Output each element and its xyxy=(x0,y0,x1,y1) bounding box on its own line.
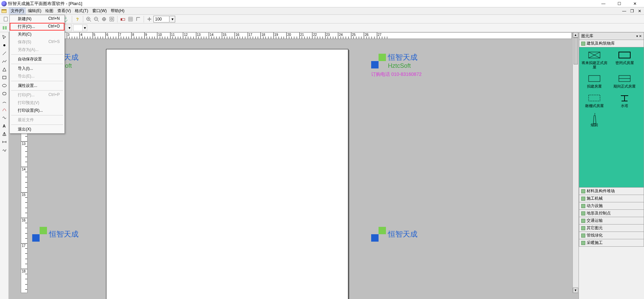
roundrect-tool[interactable] xyxy=(1,90,8,97)
zoom-fit-button[interactable] xyxy=(100,15,108,23)
menu-item-export[interactable]: 导出(E)... xyxy=(10,72,64,80)
category-header[interactable]: 采暖施工 xyxy=(579,239,644,247)
menu-item-props[interactable]: 属性设置... xyxy=(10,82,64,90)
zoom-area-button[interactable] xyxy=(108,15,115,23)
freehand-tool[interactable] xyxy=(1,146,8,154)
menu-item-saveas[interactable]: 另存为(A)... xyxy=(10,46,64,54)
category-header-open[interactable]: 建筑及构筑物库 xyxy=(579,40,644,47)
brand-cn: 恒智天成 xyxy=(388,229,417,239)
menu-help[interactable]: 帮助(H) xyxy=(109,7,127,14)
scroll-up-button[interactable]: ▲ xyxy=(573,32,578,38)
menu-item-exit[interactable]: 退出(X) xyxy=(10,126,64,133)
drawing-page[interactable] xyxy=(106,49,348,299)
scroll-thumb[interactable] xyxy=(574,38,578,64)
category-icon xyxy=(581,189,585,193)
category-header[interactable]: 材料及构件堆场 xyxy=(579,188,644,195)
menu-file[interactable]: 文件(F) xyxy=(9,7,26,14)
watermark-right-top: 恒智天成 HztcSoft 订购电话 010-83160872 xyxy=(371,52,422,78)
palette-item[interactable]: 拟建房屋 xyxy=(581,74,608,89)
point-tool[interactable] xyxy=(1,42,8,49)
window-title: 恒智天成施工平面图布置软件 - [Plan1] xyxy=(8,1,599,7)
menu-item-printset[interactable]: 打印设置(R)... xyxy=(10,107,64,114)
new-button[interactable] xyxy=(2,15,9,23)
maximize-button[interactable]: ☐ xyxy=(615,1,624,6)
menu-item-open[interactable]: 打开(O)...Ctrl+O xyxy=(10,23,64,31)
close-button[interactable]: ✕ xyxy=(631,1,639,6)
menu-item-close[interactable]: 关闭(C) xyxy=(10,31,64,38)
snap-button[interactable] xyxy=(119,15,127,23)
zoom-dropdown-button[interactable]: ▾ xyxy=(170,16,175,22)
category-header[interactable]: 地形及控制点 xyxy=(579,210,644,217)
menu-item-save[interactable]: 保存(S)Ctrl+S xyxy=(10,38,64,46)
category-label: 材料及构件堆场 xyxy=(587,188,615,194)
panel-dropdown-icon[interactable]: ▾ ✕ xyxy=(636,34,642,38)
palette-icon xyxy=(617,74,632,83)
brand-cn: 恒智天成 xyxy=(388,52,417,62)
palette-item[interactable]: 敞棚式房屋 xyxy=(581,94,608,108)
palette-item[interactable]: 水塔 xyxy=(611,94,638,108)
fill-color-slot[interactable] xyxy=(73,24,83,31)
canvas-area: 0123456789101112131415161718192021222324… xyxy=(9,32,579,299)
category-label: 建筑及构筑物库 xyxy=(587,41,615,46)
zoom-out-button[interactable] xyxy=(93,15,100,23)
help-button[interactable]: ? xyxy=(74,15,81,23)
svg-rect-27 xyxy=(3,26,4,30)
menu-item-recent[interactable]: 最近文件 xyxy=(10,116,64,124)
menu-format[interactable]: 格式(T) xyxy=(73,7,90,14)
category-header[interactable]: 其它图元 xyxy=(579,225,644,232)
menu-window[interactable]: 窗口(W) xyxy=(90,7,109,14)
spline-tool[interactable] xyxy=(1,114,8,121)
app-icon xyxy=(1,1,7,6)
category-header[interactable]: 管线绿化 xyxy=(579,232,644,239)
file-menu-dropdown: 新建(N)Ctrl+N 打开(O)...Ctrl+O 关闭(C) 保存(S)Ct… xyxy=(9,15,65,134)
menu-item-preview[interactable]: 打印预览(V) xyxy=(10,99,64,107)
brand-cn: 恒智天成 xyxy=(49,229,79,239)
fill-style-dropdown[interactable]: ▾ xyxy=(67,24,72,31)
vertical-scrollbar[interactable]: ▲ ▼ xyxy=(573,32,579,293)
menu-item-print[interactable]: 打印(P)...Ctrl+P xyxy=(10,91,64,99)
grid-button[interactable] xyxy=(127,15,134,23)
category-label: 施工机械 xyxy=(587,196,603,201)
menu-item-new[interactable]: 新建(N)Ctrl+N xyxy=(10,15,64,23)
category-header[interactable]: 交通运输 xyxy=(579,217,644,225)
mdi-minimize-button[interactable]: — xyxy=(621,9,628,13)
minimize-button[interactable]: — xyxy=(599,1,608,6)
ortho-button[interactable] xyxy=(135,15,142,23)
watermark-left-bottom: 恒智天成 xyxy=(32,227,79,242)
mdi-close-button[interactable]: ✕ xyxy=(637,9,643,13)
dimension-tool[interactable] xyxy=(1,130,8,138)
mdi-restore-button[interactable]: ❐ xyxy=(629,9,635,13)
menu-item-autosave[interactable]: 自动保存设置 xyxy=(10,55,64,63)
palette-item[interactable]: 密闭式房屋 xyxy=(611,51,638,69)
rect-tool[interactable] xyxy=(1,74,8,81)
mdi-sys-icon xyxy=(1,8,7,14)
select-tool[interactable] xyxy=(1,34,8,41)
measure-tool[interactable] xyxy=(1,138,8,146)
zoom-in-button[interactable] xyxy=(85,15,92,23)
polygon-tool[interactable] xyxy=(1,66,8,73)
curve-tool[interactable] xyxy=(1,106,8,113)
zoom-input[interactable] xyxy=(153,16,169,22)
ellipse-tool[interactable] xyxy=(1,82,8,89)
palette-item[interactable]: 烟囱 xyxy=(581,113,608,127)
line-tool[interactable] xyxy=(1,50,8,57)
polyline-tool[interactable] xyxy=(1,58,8,65)
category-icon xyxy=(581,219,585,223)
menu-edit[interactable]: 编辑(E) xyxy=(26,7,43,14)
watermark-right-bottom: 恒智天成 xyxy=(371,227,417,242)
arc-tool[interactable] xyxy=(1,98,8,105)
scroll-down-button[interactable]: ▼ xyxy=(573,288,578,293)
category-label: 管线绿化 xyxy=(587,233,603,238)
align-button[interactable] xyxy=(2,25,7,31)
menu-item-import[interactable]: 导入(I)... xyxy=(10,65,64,72)
menu-view[interactable]: 查看(V) xyxy=(55,7,73,14)
text-tool[interactable]: A xyxy=(1,122,8,130)
category-header[interactable]: 动力设施 xyxy=(579,202,644,210)
palette-item[interactable]: 期间正式房屋 xyxy=(611,74,638,89)
menu-draw[interactable]: 绘图 xyxy=(43,7,55,14)
pan-button[interactable] xyxy=(146,15,153,23)
panel-title[interactable]: 图元库 ▾ ✕ xyxy=(579,32,644,40)
category-header[interactable]: 施工机械 xyxy=(579,195,644,202)
palette-item[interactable]: 将来拟建正式房屋 xyxy=(581,51,608,69)
fill-color-dropdown[interactable]: ▾ xyxy=(83,24,87,31)
